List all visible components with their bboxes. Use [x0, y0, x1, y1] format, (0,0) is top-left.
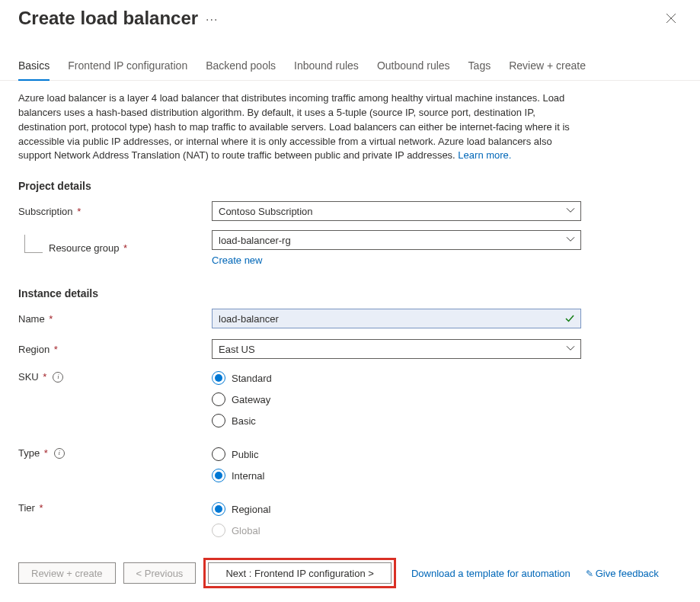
radio-disabled-icon	[212, 524, 225, 537]
sku-label: SKU * i	[18, 368, 212, 383]
name-label: Name *	[18, 313, 212, 325]
description-text: Azure load balancer is a layer 4 load ba…	[18, 91, 583, 163]
page-title: Create load balancer	[18, 8, 198, 29]
tab-frontend-ip[interactable]: Frontend IP configuration	[68, 59, 187, 81]
sku-option-basic[interactable]: Basic	[212, 411, 581, 431]
hierarchy-bracket-icon	[24, 235, 43, 253]
learn-more-link[interactable]: Learn more.	[458, 149, 511, 161]
close-button[interactable]	[660, 8, 682, 29]
radio-label: Basic	[232, 415, 256, 427]
radio-label: Global	[232, 525, 261, 536]
tab-outbound-rules[interactable]: Outbound rules	[377, 59, 450, 81]
radio-label: Standard	[232, 373, 272, 384]
info-icon[interactable]: i	[54, 448, 65, 459]
tab-inbound-rules[interactable]: Inbound rules	[294, 59, 359, 81]
required-asterisk: *	[75, 206, 82, 217]
radio-unchecked-icon	[212, 392, 225, 406]
next-button[interactable]: Next : Frontend IP configuration >	[208, 562, 392, 584]
tab-tags[interactable]: Tags	[468, 59, 491, 81]
sku-option-gateway[interactable]: Gateway	[212, 389, 581, 409]
wizard-tabs: Basics Frontend IP configuration Backend…	[0, 59, 700, 81]
sku-option-standard[interactable]: Standard	[212, 368, 581, 388]
required-asterisk: *	[41, 447, 48, 459]
subscription-label: Subscription *	[18, 206, 212, 217]
required-asterisk: *	[46, 313, 53, 325]
radio-checked-icon	[212, 469, 225, 482]
tier-label: Tier *	[18, 499, 212, 514]
name-input[interactable]: load-balancer	[212, 309, 581, 328]
give-feedback-link[interactable]: ✎Give feedback	[586, 568, 659, 579]
radio-checked-icon	[212, 371, 225, 385]
radio-unchecked-icon	[212, 414, 225, 427]
feedback-icon: ✎	[586, 568, 593, 579]
radio-label: Regional	[232, 504, 270, 515]
tier-option-global: Global	[212, 520, 581, 540]
review-create-button[interactable]: Review + create	[18, 562, 116, 584]
create-new-resource-group-link[interactable]: Create new	[212, 255, 262, 266]
tab-basics[interactable]: Basics	[18, 59, 50, 81]
previous-button[interactable]: < Previous	[123, 562, 197, 584]
download-template-link[interactable]: Download a template for automation	[411, 568, 571, 579]
required-asterisk: *	[51, 344, 58, 355]
tier-option-regional[interactable]: Regional	[212, 499, 581, 519]
type-option-internal[interactable]: Internal	[212, 466, 581, 485]
tab-backend-pools[interactable]: Backend pools	[206, 59, 276, 81]
required-asterisk: *	[121, 242, 128, 254]
type-label: Type * i	[18, 444, 212, 459]
tab-review-create[interactable]: Review + create	[509, 59, 586, 81]
check-icon	[564, 313, 575, 324]
region-select[interactable]: East US	[212, 339, 581, 359]
close-icon	[666, 13, 676, 24]
radio-label: Internal	[232, 470, 264, 482]
radio-unchecked-icon	[212, 447, 225, 461]
instance-details-heading: Instance details	[18, 287, 583, 299]
resource-group-select[interactable]: load-balancer-rg	[212, 230, 581, 250]
required-asterisk: *	[40, 371, 47, 383]
resource-group-label: Resource group *	[18, 242, 212, 254]
title-more-icon[interactable]: ···	[206, 13, 218, 27]
region-label: Region *	[18, 344, 212, 355]
next-button-highlight: Next : Frontend IP configuration >	[203, 558, 396, 588]
info-icon[interactable]: i	[53, 372, 63, 383]
radio-checked-icon	[212, 502, 225, 516]
type-option-public[interactable]: Public	[212, 444, 581, 464]
radio-label: Gateway	[232, 394, 270, 405]
project-details-heading: Project details	[18, 180, 583, 192]
subscription-select[interactable]: Contoso Subscription	[212, 201, 581, 221]
required-asterisk: *	[37, 502, 43, 514]
radio-label: Public	[232, 449, 258, 460]
